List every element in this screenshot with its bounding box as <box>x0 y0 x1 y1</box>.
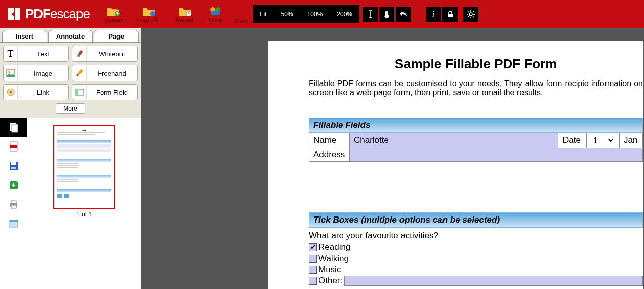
input-address[interactable] <box>354 150 638 160</box>
svg-line-18 <box>468 16 469 17</box>
gear-icon[interactable] <box>463 7 478 22</box>
tool-label: Link <box>18 89 68 96</box>
zoom-group: Fit 50% 100% 200% <box>253 5 359 23</box>
thumbnail-caption: 1 of 1 <box>53 211 115 218</box>
tool-label: Form Field <box>87 89 137 96</box>
tool-formfield[interactable]: Form Field <box>72 84 138 100</box>
tool-link[interactable]: Link <box>3 84 69 100</box>
tool-label: Text <box>18 50 68 58</box>
dock-save-icon[interactable] <box>0 156 27 175</box>
input-name[interactable] <box>354 135 554 146</box>
text-tool-icon: T <box>4 46 18 61</box>
thumbnail-pane: ■■■ 1 of 1 <box>27 118 141 289</box>
checkbox-other[interactable] <box>309 277 317 285</box>
undo-icon[interactable] <box>396 7 411 22</box>
document-area[interactable]: Sample Fillable PDF Form Fillable PDF fo… <box>141 28 644 289</box>
info-icon[interactable]: i <box>426 7 441 22</box>
tab-insert[interactable]: Insert <box>2 30 47 42</box>
svg-line-15 <box>468 11 469 12</box>
zoom-200[interactable]: 200% <box>330 7 359 22</box>
pdf-page[interactable]: Sample Fillable PDF Form Fillable PDF fo… <box>268 41 643 289</box>
more-button[interactable]: More <box>56 103 85 114</box>
svg-rect-26 <box>75 89 78 95</box>
share-button[interactable]: Share <box>200 0 229 28</box>
hand-cursor-icon[interactable] <box>379 7 394 22</box>
tool-label: Image <box>18 69 68 77</box>
select-day[interactable]: 1 <box>591 135 615 146</box>
dock <box>0 118 27 289</box>
app-logo[interactable]: PDFescape <box>0 0 98 28</box>
upload-button[interactable]: Upload <box>98 0 130 28</box>
page-title: Sample Fillable PDF Form <box>309 56 643 72</box>
loadurl-button[interactable]: Load URL <box>130 0 169 28</box>
label-address: Address <box>309 148 350 162</box>
dock-window-icon[interactable] <box>0 214 27 233</box>
svg-rect-28 <box>12 124 18 132</box>
svg-line-16 <box>473 16 474 17</box>
svg-rect-37 <box>11 205 16 208</box>
opt-label: Music <box>318 264 341 275</box>
checkbox-music[interactable] <box>309 266 317 274</box>
tool-label: Freehand <box>87 69 137 77</box>
dock-download-icon[interactable] <box>0 175 27 195</box>
zoom-100[interactable]: 100% <box>300 7 330 22</box>
tab-annotate[interactable]: Annotate <box>48 30 93 42</box>
svg-point-4 <box>150 11 155 16</box>
link-icon <box>4 85 18 100</box>
question-activities: What are your favourite activities? <box>309 231 643 241</box>
dock-print-icon[interactable] <box>0 195 27 214</box>
image-icon <box>4 65 18 81</box>
label-date: Date <box>558 133 587 148</box>
right-tools: i <box>426 5 480 23</box>
upload-label: Upload <box>105 17 123 23</box>
svg-point-10 <box>469 13 472 16</box>
svg-rect-36 <box>11 201 16 203</box>
svg-rect-33 <box>11 167 16 169</box>
day-cell: 1 <box>587 133 620 148</box>
folder-url-icon <box>142 5 156 16</box>
section-fillable-fields: Fillable Fields <box>309 118 643 133</box>
text-cursor-icon[interactable] <box>363 7 378 22</box>
opt-label: Reading <box>318 242 350 253</box>
logo-text: PDFescape <box>25 6 90 22</box>
loadurl-label: Load URL <box>137 17 162 23</box>
top-bar: PDFescape Upload Load URL Recent Share V… <box>0 0 644 28</box>
input-address-cell <box>350 148 643 162</box>
intro-text: Fillable PDF forms can be customised to … <box>309 79 643 97</box>
label-name: Name <box>309 133 350 148</box>
section-tickboxes: Tick Boxes (multiple options can be sele… <box>309 212 643 228</box>
logo-icon <box>7 7 21 21</box>
recent-label: Recent <box>176 17 193 23</box>
input-other[interactable] <box>344 276 643 286</box>
checkbox-walking[interactable] <box>309 255 317 263</box>
dock-pages-icon[interactable] <box>0 118 27 137</box>
cursor-tools <box>363 5 413 23</box>
svg-point-22 <box>8 71 10 73</box>
svg-rect-9 <box>448 14 453 17</box>
month-cell[interactable]: Jan <box>620 133 643 148</box>
lock-icon[interactable] <box>442 7 458 22</box>
dock-pdf-icon[interactable] <box>0 137 27 156</box>
tool-freehand[interactable]: Freehand <box>72 65 138 81</box>
recent-button[interactable]: Recent <box>169 0 200 28</box>
tool-whiteout[interactable]: Whiteout <box>72 46 138 62</box>
tool-image[interactable]: Image <box>3 65 69 81</box>
zoom-50[interactable]: 50% <box>274 7 300 22</box>
checkbox-reading[interactable]: ✔ <box>309 243 317 251</box>
page-thumbnail[interactable]: ■■■ <box>53 125 115 209</box>
folder-upload-icon <box>106 5 120 16</box>
tool-text[interactable]: T Text <box>3 46 69 62</box>
pencil-icon <box>72 65 87 81</box>
svg-point-24 <box>10 91 12 93</box>
svg-rect-32 <box>11 162 16 165</box>
tab-page[interactable]: Page <box>94 30 139 42</box>
svg-rect-30 <box>10 145 17 148</box>
formfield-icon <box>72 85 87 100</box>
folder-recent-icon <box>178 5 192 16</box>
zoom-fit[interactable]: Fit <box>253 7 273 22</box>
svg-line-17 <box>473 11 474 12</box>
left-panel: Insert Annotate Page T Text Whiteout Ima… <box>0 28 141 289</box>
tool-label: Whiteout <box>87 50 137 58</box>
opt-label: Other: <box>318 275 342 286</box>
input-name-cell <box>350 133 558 148</box>
